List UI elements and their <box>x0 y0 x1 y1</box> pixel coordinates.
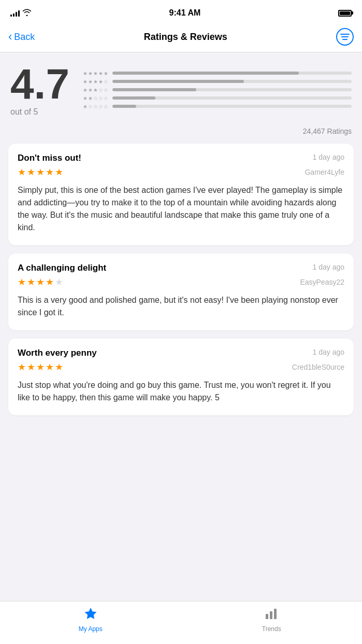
filter-button[interactable] <box>336 28 354 46</box>
rating-score: 4.7 <box>10 63 69 105</box>
review-body: This is a very good and polished game, b… <box>18 294 344 319</box>
bar-stars-5: ★ ★ ★ ★ ★ <box>83 71 108 76</box>
bar-row-1: ★ ☆ ☆ ☆ ☆ <box>83 104 352 109</box>
ratings-count: 24,467 Ratings <box>8 127 354 135</box>
review-title: A challenging delight <box>18 263 106 273</box>
review-author: Cred1bleS0urce <box>292 363 344 371</box>
my-apps-icon <box>84 607 97 623</box>
svg-rect-0 <box>340 34 350 35</box>
filter-icon <box>340 33 350 40</box>
battery-icon <box>338 10 352 17</box>
tab-bar: My Apps Trends <box>0 601 362 644</box>
review-title: Don't miss out! <box>18 153 81 163</box>
review-author: EasyPeasy22 <box>300 278 344 286</box>
bar-track-5 <box>112 72 352 75</box>
review-date: 1 day ago <box>313 348 345 356</box>
bar-track-2 <box>112 96 352 100</box>
bar-row-2: ★ ★ ☆ ☆ ☆ <box>83 95 352 101</box>
review-header: Worth every penny 1 day ago <box>18 348 344 358</box>
review-title: Worth every penny <box>18 348 97 358</box>
tab-my-apps-label: My Apps <box>79 625 103 633</box>
review-stars: ★ ★ ★ ★ ★ <box>18 276 63 288</box>
trends-icon <box>265 607 278 623</box>
bar-row-3: ★ ★ ★ ☆ ☆ <box>83 87 352 93</box>
bar-track-4 <box>112 80 352 83</box>
review-card: A challenging delight 1 day ago ★ ★ ★ ★ … <box>8 254 354 330</box>
bar-stars-1: ★ ☆ ☆ ☆ ☆ <box>83 104 108 109</box>
status-bar: 9:41 AM <box>0 0 362 23</box>
bar-stars-3: ★ ★ ★ ☆ ☆ <box>83 87 108 93</box>
back-label: Back <box>14 32 35 43</box>
review-date: 1 day ago <box>313 263 345 271</box>
status-right <box>338 10 352 17</box>
wifi-icon <box>22 9 32 18</box>
nav-bar: ‹ Back Ratings & Reviews <box>0 23 362 52</box>
signal-icon <box>10 9 20 17</box>
review-stars: ★ ★ ★ ★ ★ <box>18 166 63 178</box>
rating-outof: out of 5 <box>10 107 38 117</box>
svg-rect-4 <box>270 611 272 619</box>
review-body: Just stop what you're doing and go buy t… <box>18 379 344 404</box>
svg-rect-3 <box>266 614 268 619</box>
review-author: Gamer4Lyfe <box>305 168 344 176</box>
back-chevron-icon: ‹ <box>8 30 12 44</box>
bar-track-3 <box>112 88 352 91</box>
review-meta: ★ ★ ★ ★ ★ Gamer4Lyfe <box>18 166 344 178</box>
status-left <box>10 9 32 18</box>
rating-big: 4.7 out of 5 <box>10 63 73 117</box>
tab-trends-label: Trends <box>262 625 281 633</box>
svg-rect-1 <box>341 36 349 37</box>
svg-rect-5 <box>274 609 277 619</box>
rating-bars: ★ ★ ★ ★ ★ ★ ★ ★ ★ ☆ <box>83 71 352 109</box>
review-stars: ★ ★ ★ ★ ★ <box>18 361 63 373</box>
bar-stars-2: ★ ★ ☆ ☆ ☆ <box>83 95 108 101</box>
svg-rect-2 <box>342 39 347 40</box>
status-time: 9:41 AM <box>32 8 338 18</box>
review-body: Simply put, this is one of the best acti… <box>18 184 344 234</box>
rating-summary: 4.7 out of 5 ★ ★ ★ ★ ★ ★ <box>8 63 354 117</box>
bar-row-4: ★ ★ ★ ★ ☆ <box>83 79 352 85</box>
bar-stars-4: ★ ★ ★ ★ ☆ <box>83 79 108 85</box>
review-card: Don't miss out! 1 day ago ★ ★ ★ ★ ★ Game… <box>8 144 354 245</box>
review-date: 1 day ago <box>313 153 345 161</box>
bar-row-5: ★ ★ ★ ★ ★ <box>83 71 352 76</box>
tab-trends[interactable]: Trends <box>181 607 363 633</box>
page-title: Ratings & Reviews <box>144 32 227 43</box>
main-content: 4.7 out of 5 ★ ★ ★ ★ ★ ★ <box>0 52 362 475</box>
back-button[interactable]: ‹ Back <box>8 30 35 44</box>
review-meta: ★ ★ ★ ★ ★ Cred1bleS0urce <box>18 361 344 373</box>
bar-track-1 <box>112 105 352 108</box>
tab-my-apps[interactable]: My Apps <box>0 607 181 633</box>
review-header: Don't miss out! 1 day ago <box>18 153 344 163</box>
review-header: A challenging delight 1 day ago <box>18 263 344 273</box>
review-meta: ★ ★ ★ ★ ★ EasyPeasy22 <box>18 276 344 288</box>
review-card: Worth every penny 1 day ago ★ ★ ★ ★ ★ Cr… <box>8 339 354 415</box>
